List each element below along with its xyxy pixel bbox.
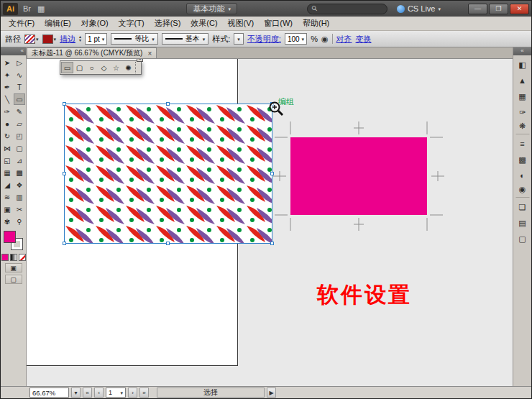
blob-brush-tool[interactable]: ● — [1, 118, 13, 129]
menu-item[interactable]: 对象(O) — [76, 17, 114, 30]
flare-shape-icon[interactable]: ✺ — [122, 62, 134, 73]
stroke-swatch-dropdown[interactable]: ▾ — [42, 35, 57, 44]
symbols-panel-icon[interactable]: ❋ — [515, 121, 530, 134]
polygon-shape-icon[interactable]: ◇ — [98, 62, 110, 73]
swatches-panel-icon[interactable]: ▦ — [515, 90, 530, 103]
selection-handle[interactable] — [63, 242, 66, 245]
type-tool[interactable]: T — [14, 81, 25, 93]
fill-stroke-indicator[interactable] — [1, 230, 26, 253]
stroke-width-field[interactable]: 1 pt ▾ — [85, 33, 107, 45]
menu-item[interactable]: 效果(C) — [185, 17, 222, 30]
star-shape-icon[interactable]: ☆ — [110, 62, 122, 73]
selection-tool[interactable]: ➤ — [1, 57, 13, 68]
menu-item[interactable]: 视图(V) — [223, 17, 260, 30]
bridge-icon[interactable]: Br — [22, 4, 32, 13]
opacity-field[interactable]: 100 ▾ — [285, 33, 307, 45]
graphic-styles-panel-icon[interactable]: ❏ — [515, 201, 530, 214]
palette-close-icon[interactable]: × — [137, 59, 143, 62]
width-tool[interactable]: ⋈ — [1, 142, 13, 154]
menu-item[interactable]: 帮助(H) — [298, 17, 334, 30]
selection-handle[interactable] — [63, 102, 66, 106]
screen-mode-button[interactable]: ▢ — [5, 275, 22, 284]
rectangle-shape-icon[interactable]: ▭ — [61, 62, 73, 73]
selection-handle[interactable] — [63, 172, 66, 175]
stroke-panel-link[interactable]: 描边 — [60, 34, 75, 45]
zoom-level-field[interactable]: 66.67% — [29, 387, 69, 398]
color-button[interactable] — [1, 254, 9, 261]
close-button[interactable]: ✕ — [510, 4, 529, 14]
paintbrush-tool[interactable]: ✑ — [1, 106, 13, 117]
menu-item[interactable]: 文件(F) — [4, 17, 40, 30]
artboard-tool[interactable]: ▣ — [1, 203, 13, 215]
cs-live-button[interactable]: CS Live ▾ — [397, 4, 441, 13]
menu-item[interactable]: 文字(T) — [114, 17, 150, 30]
stroke-panel-icon[interactable]: ≡ — [515, 137, 530, 150]
lasso-tool[interactable]: ∿ — [14, 69, 25, 81]
transparency-panel-icon[interactable]: ◐ — [515, 169, 530, 182]
pencil-tool[interactable]: ✎ — [14, 106, 25, 117]
symbol-sprayer-tool[interactable]: ≋ — [1, 191, 13, 203]
dock-collapse-icon[interactable]: « — [513, 47, 531, 55]
rotate-tool[interactable]: ↻ — [1, 130, 13, 142]
last-artboard-button[interactable]: » — [139, 387, 149, 398]
eyedropper-tool[interactable]: ◢ — [1, 179, 13, 191]
opacity-link[interactable]: 不透明度: — [247, 34, 281, 45]
pattern-rectangle[interactable] — [64, 104, 272, 244]
ellipse-shape-icon[interactable]: ○ — [86, 62, 98, 73]
rounded-rectangle-shape-icon[interactable]: ▢ — [73, 62, 86, 73]
document-tab[interactable]: 未标题-11 @ 66.67% (CMYK/预览) × — [27, 47, 157, 58]
palette-tearoff-handle[interactable] — [135, 62, 140, 73]
first-artboard-button[interactable]: « — [83, 387, 92, 398]
layers-panel-icon[interactable]: ▤ — [515, 216, 530, 229]
selection-handle[interactable] — [166, 242, 170, 245]
menu-item[interactable]: 窗口(W) — [259, 17, 298, 30]
next-artboard-button[interactable]: › — [128, 387, 137, 398]
search-input[interactable] — [320, 4, 382, 14]
menu-item[interactable]: 选择(S) — [150, 17, 186, 30]
status-menu-icon[interactable]: ▶ — [267, 387, 276, 398]
recolor-artwork-icon[interactable]: ◉ — [321, 35, 329, 44]
stroke-width-stepper[interactable]: ▴ ▾ — [79, 35, 81, 42]
artboards-panel-icon[interactable]: ▢ — [515, 232, 530, 245]
transform-link[interactable]: 变换 — [356, 34, 372, 45]
free-transform-tool[interactable]: ▢ — [14, 142, 25, 154]
shape-builder-tool[interactable]: ◱ — [1, 155, 13, 166]
fill-swatch-dropdown[interactable]: ▾ — [24, 35, 39, 44]
direct-selection-tool[interactable]: ▷ — [14, 57, 25, 68]
none-button[interactable] — [19, 254, 26, 261]
brushes-panel-icon[interactable]: ✑ — [515, 106, 530, 119]
tab-close-icon[interactable]: × — [147, 50, 152, 58]
selection-handle[interactable] — [270, 172, 274, 175]
color-guide-panel-icon[interactable]: ▲ — [515, 74, 530, 87]
pen-tool[interactable]: ✒ — [1, 81, 13, 93]
gradient-button[interactable] — [10, 254, 17, 261]
selection-handle[interactable] — [270, 242, 274, 245]
selection-handle[interactable] — [166, 102, 170, 106]
mesh-tool[interactable]: ▦ — [1, 167, 13, 178]
gradient-panel-icon[interactable]: ▩ — [515, 153, 530, 166]
gradient-tool[interactable]: ▩ — [14, 167, 25, 178]
hand-tool[interactable]: ✾ — [1, 216, 13, 227]
arrange-documents-icon[interactable]: ▦ — [36, 4, 46, 14]
eraser-tool[interactable]: ▱ — [14, 118, 25, 129]
appearance-panel-icon[interactable]: ◉ — [515, 185, 530, 198]
restore-button[interactable]: ❐ — [489, 4, 508, 14]
search-box[interactable]: ⚲ — [307, 4, 387, 14]
slice-tool[interactable]: ✂ — [14, 203, 25, 215]
rectangle-tool[interactable]: ▭ — [14, 93, 25, 105]
magic-wand-tool[interactable]: ✦ — [1, 69, 13, 81]
line-segment-tool[interactable]: ╲ — [1, 93, 13, 105]
minimize-button[interactable]: — — [468, 4, 487, 14]
step-down-icon[interactable]: ▾ — [79, 39, 81, 42]
previous-artboard-button[interactable]: ‹ — [94, 387, 104, 398]
artboard-number-field[interactable]: 1 ▾ — [106, 387, 126, 398]
width-profile-dropdown[interactable]: 等比 ▾ — [111, 33, 158, 45]
workspace-switcher-button[interactable]: 基本功能 ▾ — [186, 3, 237, 14]
perspective-grid-tool[interactable]: ⊿ — [14, 155, 25, 166]
canvas[interactable]: ▭▢○◇☆✺ × 编组 软件设置 — [27, 59, 513, 386]
fill-color-swatch[interactable] — [4, 231, 16, 243]
style-dropdown[interactable]: ▾ — [234, 33, 244, 45]
align-link[interactable]: 对齐 — [336, 34, 352, 45]
zoom-dropdown-icon[interactable]: ▾ — [71, 387, 81, 398]
menu-item[interactable]: 编辑(E) — [40, 17, 76, 30]
